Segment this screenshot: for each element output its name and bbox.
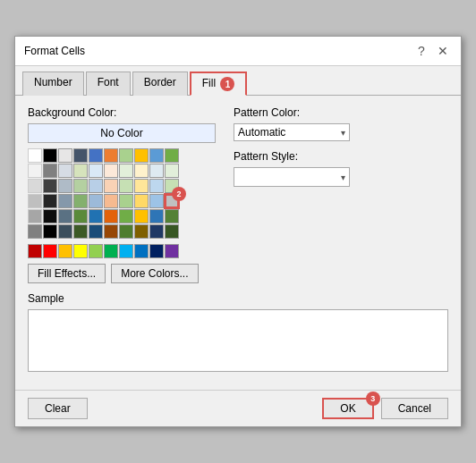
color-cell[interactable] bbox=[58, 179, 72, 193]
effect-buttons: Fill Effects... More Colors... bbox=[28, 264, 216, 283]
pattern-style-dropdown[interactable]: ▾ bbox=[234, 167, 350, 187]
color-separator bbox=[28, 240, 216, 243]
color-cell[interactable] bbox=[43, 194, 57, 208]
color-cell[interactable] bbox=[89, 224, 103, 239]
color-row-standard bbox=[28, 244, 216, 258]
color-cell[interactable] bbox=[28, 224, 42, 239]
tab-fill[interactable]: Fill 1 bbox=[190, 72, 248, 96]
color-cell[interactable] bbox=[104, 164, 118, 178]
color-cell[interactable] bbox=[149, 194, 164, 208]
color-row-3: 2 bbox=[28, 194, 216, 208]
color-cell[interactable] bbox=[165, 148, 179, 163]
format-cells-dialog: Format Cells ? ✕ Number Font Border Fill… bbox=[14, 36, 462, 427]
tab-border[interactable]: Border bbox=[132, 72, 188, 96]
color-cell[interactable] bbox=[43, 148, 57, 163]
color-cell[interactable] bbox=[58, 224, 72, 239]
color-cell[interactable] bbox=[89, 194, 103, 208]
color-cell[interactable] bbox=[28, 209, 42, 223]
color-cell[interactable] bbox=[73, 179, 88, 193]
color-cell[interactable] bbox=[165, 209, 179, 223]
color-cell[interactable] bbox=[104, 194, 118, 208]
color-cell[interactable] bbox=[119, 224, 133, 239]
color-cell[interactable] bbox=[28, 179, 42, 193]
tab-font[interactable]: Font bbox=[86, 72, 131, 96]
color-cell[interactable] bbox=[134, 209, 149, 223]
color-cell-selected[interactable]: 2 bbox=[165, 194, 179, 208]
color-cell[interactable] bbox=[73, 148, 88, 163]
color-cell[interactable] bbox=[149, 179, 164, 193]
color-cell[interactable] bbox=[104, 148, 118, 163]
color-cell[interactable] bbox=[104, 244, 118, 258]
color-cell[interactable] bbox=[89, 148, 103, 163]
clear-button[interactable]: Clear bbox=[28, 398, 88, 419]
color-cell[interactable] bbox=[134, 179, 149, 193]
pattern-color-label: Pattern Color: bbox=[234, 106, 448, 119]
color-cell[interactable] bbox=[104, 224, 118, 239]
tabs-bar: Number Font Border Fill 1 bbox=[15, 66, 461, 96]
color-cell[interactable] bbox=[28, 164, 42, 178]
color-cell[interactable] bbox=[165, 164, 179, 178]
color-cell[interactable] bbox=[43, 179, 57, 193]
color-cell[interactable] bbox=[134, 244, 149, 258]
color-cell[interactable] bbox=[73, 224, 88, 239]
title-bar: Format Cells ? ✕ bbox=[15, 37, 461, 66]
tab-number[interactable]: Number bbox=[22, 72, 84, 96]
close-icon[interactable]: ✕ bbox=[434, 42, 452, 60]
color-cell[interactable] bbox=[28, 194, 42, 208]
color-cell[interactable] bbox=[149, 244, 164, 258]
color-cell[interactable] bbox=[73, 244, 88, 258]
right-column: Pattern Color: Automatic ▾ Pattern Style… bbox=[234, 106, 448, 283]
fill-effects-button[interactable]: Fill Effects... bbox=[28, 264, 106, 283]
color-cell[interactable] bbox=[134, 164, 149, 178]
color-cell[interactable] bbox=[58, 209, 72, 223]
color-cell[interactable] bbox=[149, 209, 164, 223]
color-row-2 bbox=[28, 179, 216, 193]
color-cell[interactable] bbox=[43, 224, 57, 239]
color-cell[interactable] bbox=[119, 179, 133, 193]
color-cell[interactable] bbox=[43, 244, 57, 258]
pattern-color-value: Automatic bbox=[238, 126, 285, 139]
ok-button[interactable]: OK 3 bbox=[322, 398, 373, 419]
color-cell[interactable] bbox=[149, 164, 164, 178]
color-cell[interactable] bbox=[119, 164, 133, 178]
color-cell[interactable] bbox=[58, 148, 72, 163]
color-cell[interactable] bbox=[73, 209, 88, 223]
dialog-title: Format Cells bbox=[24, 45, 85, 57]
color-cell[interactable] bbox=[119, 148, 133, 163]
color-cell[interactable] bbox=[104, 209, 118, 223]
color-cell[interactable] bbox=[149, 224, 164, 239]
color-cell[interactable] bbox=[119, 209, 133, 223]
color-cell[interactable] bbox=[89, 179, 103, 193]
annotation-2: 2 bbox=[172, 187, 186, 201]
color-cell[interactable] bbox=[134, 148, 149, 163]
color-cell[interactable] bbox=[104, 179, 118, 193]
color-cell[interactable] bbox=[43, 209, 57, 223]
color-cell[interactable] bbox=[134, 194, 149, 208]
more-colors-button[interactable]: More Colors... bbox=[111, 264, 198, 283]
color-cell[interactable] bbox=[28, 148, 42, 163]
color-cell[interactable] bbox=[165, 224, 179, 239]
color-cell[interactable] bbox=[119, 194, 133, 208]
color-cell[interactable] bbox=[165, 244, 179, 258]
color-row-4 bbox=[28, 209, 216, 223]
color-cell[interactable] bbox=[28, 244, 42, 258]
color-cell[interactable] bbox=[58, 194, 72, 208]
pattern-style-label: Pattern Style: bbox=[234, 150, 448, 163]
help-icon[interactable]: ? bbox=[412, 42, 430, 60]
color-cell[interactable] bbox=[89, 209, 103, 223]
color-cell[interactable] bbox=[134, 224, 149, 239]
color-cell[interactable] bbox=[58, 244, 72, 258]
annotation-3: 3 bbox=[366, 391, 380, 406]
color-cell[interactable] bbox=[149, 148, 164, 163]
color-cell[interactable] bbox=[89, 164, 103, 178]
color-grid: 2 bbox=[28, 148, 216, 258]
color-cell[interactable] bbox=[73, 164, 88, 178]
color-cell[interactable] bbox=[58, 164, 72, 178]
cancel-button[interactable]: Cancel bbox=[381, 398, 448, 419]
pattern-color-dropdown[interactable]: Automatic ▾ bbox=[234, 123, 350, 141]
color-cell[interactable] bbox=[89, 244, 103, 258]
color-cell[interactable] bbox=[119, 244, 133, 258]
color-cell[interactable] bbox=[43, 164, 57, 178]
color-cell[interactable] bbox=[73, 194, 88, 208]
no-color-button[interactable]: No Color bbox=[28, 123, 216, 143]
